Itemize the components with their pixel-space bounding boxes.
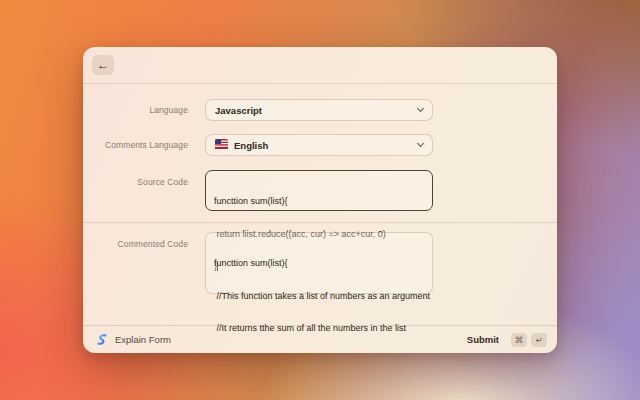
command-key-icon: ⌘ [511, 333, 527, 347]
form-row-comments-language: Comments Language English [83, 134, 557, 156]
command-title: Explain Form [115, 334, 171, 345]
chevron-down-icon [417, 140, 424, 147]
form-row-source-code: Source Code functtion sum(list){ return … [83, 170, 557, 211]
back-button[interactable]: ← [92, 55, 114, 75]
comments-language-value: English [234, 140, 418, 151]
language-dropdown[interactable]: Javascript [205, 99, 433, 121]
source-code-textarea[interactable]: functtion sum(list){ return liist.reduce… [205, 170, 433, 211]
comments-language-label: Comments Language [83, 134, 188, 156]
return-key-icon: ↵ [531, 333, 547, 347]
form-row-language: Language Javascript [83, 99, 557, 121]
comments-language-dropdown[interactable]: English [205, 134, 433, 156]
chevron-down-icon [417, 105, 424, 112]
source-code-label: Source Code [83, 170, 188, 211]
extension-logo-icon [95, 333, 108, 346]
commented-code-line: //This function takes a list of numbers … [214, 291, 430, 302]
commented-code-textarea[interactable]: functtion sum(list){ //This function tak… [205, 232, 433, 294]
submit-button[interactable]: Submit [467, 334, 499, 345]
back-arrow-icon: ← [97, 58, 109, 72]
commented-code-line: functtion sum(list){ [214, 258, 288, 269]
language-label: Language [83, 99, 188, 121]
commented-code-label: Commented Code [83, 232, 188, 294]
window-footer: Explain Form Submit ⌘ ↵ [83, 325, 557, 353]
us-flag-icon [215, 139, 228, 151]
source-code-line: functtion sum(list){ [214, 196, 288, 207]
section-divider [83, 222, 557, 223]
form-row-commented-code: Commented Code functtion sum(list){ //Th… [83, 232, 557, 294]
window-header: ← [83, 47, 557, 84]
language-value: Javascript [215, 105, 418, 116]
app-window: ← Language Javascript Comments Language [83, 47, 557, 353]
